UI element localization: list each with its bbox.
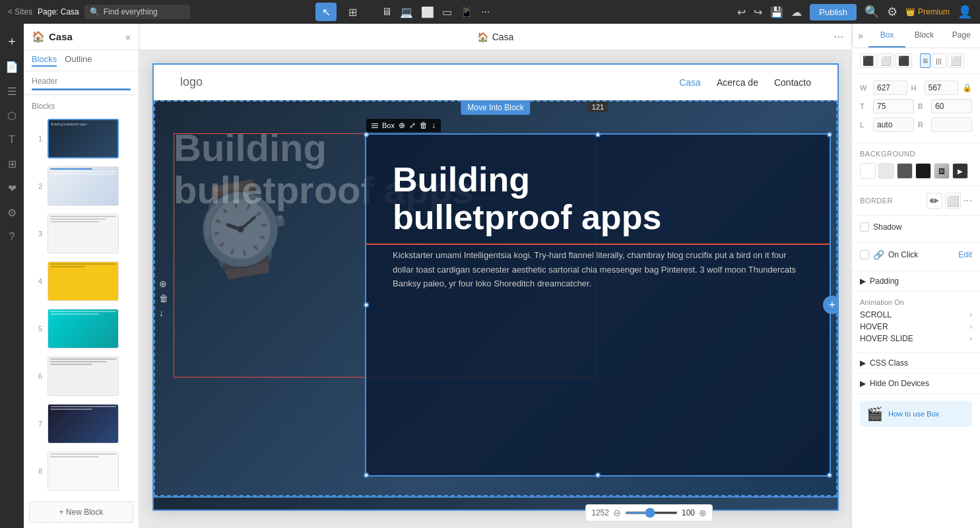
canvas-wrapper[interactable]: logo Casa Acerca de Contacto Move Into B…: [139, 50, 851, 528]
move-into-block-tooltip[interactable]: Move Into Block: [461, 100, 530, 115]
block-settings-icon[interactable]: ⊕: [159, 279, 168, 289]
hero-main-title[interactable]: Buildingbulletproof apps: [393, 161, 803, 236]
block-item-7[interactable]: 7: [29, 401, 133, 446]
new-block-button[interactable]: + New Block: [29, 502, 133, 523]
top-input[interactable]: [873, 99, 914, 114]
handle-br[interactable]: [827, 473, 832, 478]
bg-swatch-white[interactable]: [860, 163, 876, 179]
align-center-button[interactable]: ⬜: [878, 53, 894, 68]
handle-tc[interactable]: [595, 132, 601, 137]
rpanel-tab-block[interactable]: Block: [905, 24, 942, 48]
handle-bc[interactable]: [595, 473, 601, 478]
edit-onclick-button[interactable]: Edit: [958, 250, 972, 259]
rpanel-tab-box[interactable]: Box: [868, 24, 905, 48]
block-item-6[interactable]: 6: [29, 354, 133, 399]
layers-icon[interactable]: ☰: [3, 81, 20, 102]
media-icon[interactable]: ❤: [4, 178, 20, 199]
block-thumb-7[interactable]: [48, 404, 119, 444]
user-avatar[interactable]: 👤: [958, 5, 972, 19]
more-devices-button[interactable]: ···: [478, 3, 492, 20]
text-icon[interactable]: T: [5, 130, 19, 150]
block-item-2[interactable]: 2: [29, 164, 133, 209]
block-thumb-5[interactable]: [48, 309, 119, 348]
zoom-in-button[interactable]: ⊕: [699, 508, 707, 518]
hero-main-box[interactable]: Box ⊕ ⤢ 🗑 ↓ 121: [365, 133, 831, 477]
hover-chevron-icon[interactable]: ›: [969, 322, 972, 331]
border-opt-square[interactable]: ⬜: [945, 193, 961, 209]
collapse-panel-button[interactable]: «: [125, 32, 131, 42]
handle-tl[interactable]: [364, 132, 369, 137]
block-thumb-2[interactable]: [48, 166, 119, 206]
left-input[interactable]: [873, 117, 914, 132]
desktop-device-button[interactable]: 🖥: [379, 3, 395, 20]
handle-bl[interactable]: [364, 473, 369, 478]
mobile-device-button[interactable]: 📱: [457, 3, 476, 21]
settings-button[interactable]: ⚙: [887, 5, 898, 19]
tab-outline[interactable]: Outline: [65, 54, 92, 67]
premium-button[interactable]: 👑 Premium: [905, 7, 950, 16]
block-thumb-3[interactable]: [48, 214, 119, 253]
css-class-collapsible[interactable]: ▶ CSS Class: [852, 353, 980, 374]
lock-icon[interactable]: 🔒: [962, 83, 972, 92]
block-thumb-1[interactable]: Building bulletproof apps: [48, 119, 119, 158]
help-icon[interactable]: ?: [5, 227, 19, 247]
bg-swatch-video[interactable]: ▶: [952, 163, 968, 179]
sites-link[interactable]: < Sites: [8, 7, 32, 16]
right-input[interactable]: [931, 117, 972, 132]
laptop-device-button[interactable]: 💻: [397, 3, 416, 21]
components-icon[interactable]: ⬡: [3, 106, 20, 126]
hover-slide-chevron-icon[interactable]: ›: [969, 334, 972, 343]
grid-tool-button[interactable]: ⊞: [342, 3, 363, 21]
bg-swatch-darker[interactable]: [915, 163, 931, 179]
settings2-icon[interactable]: ⚙: [3, 203, 20, 223]
bg-swatch-image[interactable]: 🖼: [934, 163, 950, 179]
select-tool-button[interactable]: ↖: [315, 3, 337, 21]
align-left-button[interactable]: ⬛: [860, 53, 876, 68]
rpanel-tab-page[interactable]: Page: [943, 24, 980, 48]
nav-acerca[interactable]: Acerca de: [717, 77, 758, 88]
search2-button[interactable]: 🔍: [865, 5, 879, 19]
handle-tr[interactable]: [827, 132, 832, 137]
right-panel-collapse-button[interactable]: »: [852, 25, 868, 46]
border-opt-none[interactable]: ✏: [927, 193, 942, 209]
nav-contacto[interactable]: Contacto: [774, 77, 811, 88]
bg-swatch-light[interactable]: [878, 163, 894, 179]
layout-row-button[interactable]: ≡: [920, 53, 931, 68]
tablet-h-device-button[interactable]: ▭: [440, 3, 455, 21]
border-more-button[interactable]: ···: [964, 195, 972, 207]
scroll-chevron-icon[interactable]: ›: [969, 310, 972, 319]
width-input[interactable]: [873, 81, 907, 95]
bg-swatch-dark[interactable]: [897, 163, 913, 179]
padding-collapsible[interactable]: ▶ Padding: [852, 271, 980, 292]
shadow-checkbox[interactable]: [860, 222, 869, 232]
block-item-1[interactable]: 1 Building bulletproof apps: [29, 116, 133, 161]
nav-casa[interactable]: Casa: [679, 77, 701, 88]
align-right-button[interactable]: ⬛: [896, 53, 912, 68]
canvas-more-button[interactable]: ···: [833, 30, 843, 44]
block-down-icon[interactable]: ↓: [159, 308, 168, 318]
hide-devices-collapsible[interactable]: ▶ Hide On Devices: [852, 374, 980, 394]
tablet-device-button[interactable]: ⬜: [418, 3, 437, 21]
onclick-checkbox[interactable]: [860, 250, 869, 259]
zoom-out-button[interactable]: ⊖: [613, 508, 621, 518]
block-item-4[interactable]: 4: [29, 259, 133, 304]
undo-button[interactable]: ↩: [737, 6, 746, 18]
redo-button[interactable]: ↪: [754, 6, 762, 18]
pages-icon[interactable]: 📄: [1, 57, 22, 77]
search-bar[interactable]: 🔍 Find everything: [84, 5, 190, 19]
block-delete-icon[interactable]: 🗑: [159, 293, 168, 304]
block-item-5[interactable]: 5: [29, 306, 133, 351]
bottom-input[interactable]: [931, 99, 972, 114]
add-element-button[interactable]: ＋: [2, 29, 22, 53]
save-button[interactable]: 💾: [770, 6, 783, 18]
how-to-box[interactable]: 🎬 How to use Box: [860, 401, 972, 427]
block-thumb-4[interactable]: [48, 261, 119, 301]
block-item-8[interactable]: 8: [29, 449, 133, 494]
publish-button[interactable]: Publish: [810, 4, 857, 20]
layout-stretch-button[interactable]: ⬜: [948, 53, 964, 68]
zoom-slider[interactable]: [625, 512, 678, 514]
handle-ml[interactable]: [364, 302, 369, 308]
cloud-save-button[interactable]: ☁: [791, 6, 802, 18]
tab-blocks[interactable]: Blocks: [32, 54, 57, 67]
add-element-to-box-button[interactable]: +: [823, 296, 837, 314]
